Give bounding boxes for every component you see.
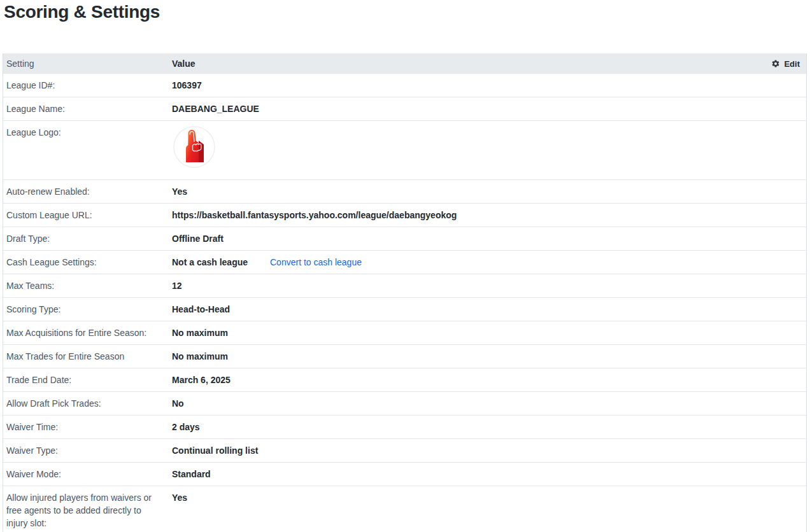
settings-row: Waiver Mode: Standard	[3, 462, 806, 486]
edit-button-label: Edit	[784, 59, 800, 69]
setting-label: Waiver Mode:	[6, 468, 172, 480]
setting-value-text: 12	[172, 279, 182, 292]
settings-row: Auto-renew Enabled: Yes	[3, 179, 806, 203]
settings-table-header: Setting Value Edit	[3, 53, 806, 74]
setting-label: Max Trades for Entire Season	[6, 350, 172, 363]
setting-value: Standard	[172, 468, 800, 480]
convert-to-cash-league-link[interactable]: Convert to cash league	[270, 256, 362, 269]
page-title: Scoring & Settings	[4, 0, 810, 22]
settings-row: Waiver Time: 2 days	[3, 415, 806, 438]
settings-row: Cash League Settings: Not a cash league …	[3, 250, 806, 274]
setting-label: Allow injured players from waivers or fr…	[6, 491, 172, 529]
setting-value: March 6, 2025	[172, 374, 800, 386]
setting-label: Trade End Date:	[6, 374, 172, 386]
settings-table: Setting Value Edit League ID#: 106397 Le…	[3, 53, 807, 532]
setting-value: Yes	[172, 185, 800, 198]
setting-label: Draft Type:	[6, 232, 172, 245]
edit-settings-button[interactable]: Edit	[771, 59, 800, 69]
foam-finger-league-logo	[173, 126, 215, 168]
setting-value: 2 days	[172, 421, 800, 433]
setting-value: Not a cash league Convert to cash league	[172, 256, 800, 269]
settings-row: Scoring Type: Head-to-Head	[3, 297, 806, 321]
column-header-value: Value	[172, 59, 771, 69]
setting-value: No maximum	[172, 326, 800, 339]
setting-value: https://basketball.fantasysports.yahoo.c…	[172, 209, 800, 221]
setting-value: 106397	[172, 79, 800, 92]
setting-value-text: No	[172, 397, 184, 410]
setting-label: League Logo:	[6, 126, 172, 139]
setting-value-text: 2 days	[172, 421, 200, 433]
setting-label: Waiver Type:	[6, 444, 172, 457]
settings-table-body: League ID#: 106397 League Name: DAEBANG_…	[3, 74, 806, 532]
settings-row: Max Acquisitions for Entire Season: No m…	[3, 321, 806, 344]
settings-row: Max Teams: 12	[3, 274, 806, 297]
setting-value: DAEBANG_LEAGUE	[172, 102, 800, 115]
setting-value-text: Continual rolling list	[172, 444, 258, 457]
setting-value-text: Standard	[172, 468, 211, 480]
setting-label: Max Teams:	[6, 279, 172, 292]
setting-value: No	[172, 397, 800, 410]
setting-value-text: March 6, 2025	[172, 374, 231, 386]
setting-value-text: No maximum	[172, 350, 228, 363]
settings-row: Draft Type: Offline Draft	[3, 227, 806, 250]
settings-row: Waiver Type: Continual rolling list	[3, 438, 806, 462]
setting-value: 12	[172, 279, 800, 292]
settings-row: Allow Draft Pick Trades: No	[3, 391, 806, 415]
setting-value-text: Yes	[172, 185, 187, 198]
setting-label: Waiver Time:	[6, 421, 172, 433]
setting-label: League ID#:	[6, 79, 172, 92]
settings-row: League Logo:	[3, 120, 806, 179]
setting-value-text: DAEBANG_LEAGUE	[172, 102, 259, 115]
setting-value-text: Yes	[172, 491, 187, 504]
setting-value: Yes	[172, 491, 800, 504]
setting-value: Continual rolling list	[172, 444, 800, 457]
settings-row: Allow injured players from waivers or fr…	[3, 486, 806, 532]
setting-value-text: 106397	[172, 79, 202, 92]
setting-label: Allow Draft Pick Trades:	[6, 397, 172, 410]
setting-value: Offline Draft	[172, 232, 800, 245]
setting-label: Auto-renew Enabled:	[6, 185, 172, 198]
setting-label: Cash League Settings:	[6, 256, 172, 269]
settings-row: Trade End Date: March 6, 2025	[3, 368, 806, 391]
setting-label: Scoring Type:	[6, 303, 172, 316]
setting-value	[172, 126, 800, 168]
setting-label: Max Acquisitions for Entire Season:	[6, 326, 172, 339]
settings-row: League ID#: 106397	[3, 74, 806, 97]
setting-value-text: https://basketball.fantasysports.yahoo.c…	[172, 209, 457, 221]
setting-value-text: Not a cash league	[172, 256, 270, 269]
scoring-settings-page: Scoring & Settings Setting Value Edit Le…	[0, 0, 810, 532]
settings-row: Max Trades for Entire Season No maximum	[3, 344, 806, 368]
setting-label: Custom League URL:	[6, 209, 172, 221]
setting-value: Head-to-Head	[172, 303, 800, 316]
setting-value: No maximum	[172, 350, 800, 363]
setting-value-text: Offline Draft	[172, 232, 224, 245]
column-header-setting: Setting	[6, 59, 172, 69]
settings-row: Custom League URL: https://basketball.fa…	[3, 203, 806, 227]
setting-value-text: No maximum	[172, 326, 228, 339]
setting-label: League Name:	[6, 102, 172, 115]
setting-value-text: Head-to-Head	[172, 303, 230, 316]
gear-icon	[771, 59, 780, 68]
settings-row: League Name: DAEBANG_LEAGUE	[3, 97, 806, 120]
